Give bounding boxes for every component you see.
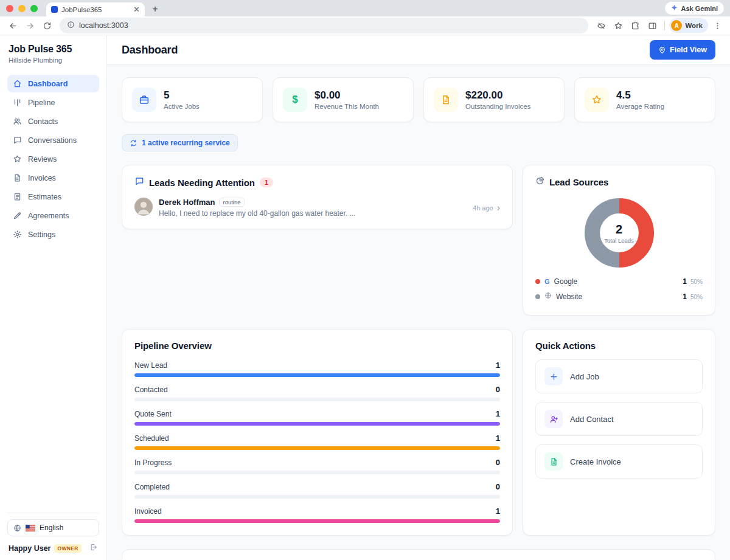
chat-icon [134,176,144,188]
quick-action-label: Add Contact [570,415,614,424]
browser-menu-icon[interactable] [709,18,725,33]
profile-chip[interactable]: A Work [669,18,708,33]
leads-card: Leads Needing Attention 1 Derek Hoffman … [122,165,513,229]
field-view-button[interactable]: Field View [650,40,715,60]
sidebar-item-agreements[interactable]: Agreements [7,207,99,224]
bookmark-star-icon[interactable] [610,18,626,33]
lead-sources-card: Lead Sources 2 Total Leads [523,165,715,316]
sidebar-item-pipeline[interactable]: Pipeline [7,94,99,111]
pipeline-stage-in-progress: In Progress0 [134,458,500,474]
stats-row: 5 Active Jobs $ $0.00 Revenue This Month [122,77,715,122]
legend-count: 1 [683,277,687,286]
language-label: English [40,524,63,532]
stage-count: 1 [496,434,500,443]
legend-row-website: Website 1 50% [535,289,703,304]
stat-label: Outstanding Invoices [465,103,530,110]
sidebar-item-label: Invoices [28,174,56,182]
pipeline-stage-contacted: Contacted0 [134,385,500,401]
sidebar-item-conversations[interactable]: Conversations [7,131,99,149]
sidebar-item-contacts[interactable]: Contacts [7,112,99,130]
chat-icon [13,136,22,145]
add-contact-button[interactable]: Add Contact [535,402,703,436]
app-subtitle: Hillside Plumbing [7,57,99,64]
sidebar-item-invoices[interactable]: Invoices [7,169,99,187]
stat-card-average-rating: 4.5 Average Rating [574,77,715,122]
sidebar-item-reviews[interactable]: Reviews [7,150,99,168]
lead-list-item[interactable]: Derek Hoffman routine Hello, I need to r… [134,198,500,218]
quick-action-label: Create Invoice [570,457,621,466]
pipeline-overview-card: Pipeline Overview New Lead1 Contacted0 Q… [122,329,513,536]
lead-message: Hello, I need to replace my old 40-gallo… [159,209,356,218]
pipeline-icon [13,98,22,107]
sidebar-item-dashboard[interactable]: Dashboard [7,75,99,92]
app-title: Job Pulse 365 [7,44,99,55]
stage-label: Invoiced [134,507,162,516]
sidebar-item-estimates[interactable]: Estimates [7,188,99,206]
stage-label: Completed [134,483,170,491]
browser-tab[interactable]: JobPulse365 ✕ [46,2,145,16]
leads-title: Leads Needing Attention [149,178,255,188]
create-invoice-button[interactable]: Create Invoice [535,444,703,479]
reload-button[interactable] [39,18,55,33]
users-icon [13,117,22,126]
stage-count: 1 [496,409,500,418]
stat-card-outstanding-invoices: $220.00 Outstanding Invoices [423,77,565,122]
add-job-button[interactable]: Add Job [535,359,703,393]
lead-sources-donut-chart: 2 Total Leads [584,198,655,268]
lead-sources-title: Lead Sources [549,177,608,187]
site-info-icon[interactable] [67,20,75,31]
extensions-icon[interactable] [627,18,643,33]
profile-label: Work [685,22,703,29]
legend-label: Website [556,292,582,301]
logout-icon[interactable] [89,543,98,554]
stat-label: Average Rating [616,103,664,110]
legend-row-google: G Google 1 50% [535,274,703,289]
stage-bar [134,519,500,523]
quick-action-label: Add Job [570,372,599,381]
window-close-button[interactable] [6,5,13,12]
pipeline-title: Pipeline Overview [134,340,500,351]
lead-name: Derek Hoffman [159,198,215,207]
legend-percent: 50% [690,294,703,300]
language-selector[interactable]: English [7,519,99,536]
page-title: Dashboard [122,44,178,57]
stat-value: $220.00 [465,89,530,102]
sidebar-nav: Dashboard Pipeline Contacts Conversation… [7,75,99,243]
dashboard-content: 5 Active Jobs $ $0.00 Revenue This Month [107,65,730,560]
stage-label: Contacted [134,385,168,394]
window-minimize-button[interactable] [18,5,26,12]
password-manager-icon[interactable] [593,18,609,33]
site-favicon-icon [51,6,58,13]
browser-toolbar: localhost:3003 A Work [0,16,730,35]
lead-tag: routine [219,198,244,207]
address-bar[interactable]: localhost:3003 [60,18,588,33]
person-add-icon [544,410,563,428]
ask-gemini-button[interactable]: Ask Gemini [665,2,724,15]
back-button[interactable] [5,18,21,33]
stat-label: Revenue This Month [315,103,379,110]
sidebar-item-label: Dashboard [28,80,68,88]
gemini-sparkle-icon [671,4,678,12]
leads-count-badge: 1 [260,178,273,187]
stat-value: $0.00 [315,89,379,102]
forward-button[interactable] [22,18,38,33]
new-tab-button[interactable]: + [148,2,162,16]
quick-actions-title: Quick Actions [535,340,703,351]
window-zoom-button[interactable] [30,5,38,12]
pie-chart-icon [535,176,544,188]
sidebar-item-label: Contacts [28,117,58,126]
field-view-label: Field View [670,46,707,54]
quick-actions-card: Quick Actions Add Job Add Contact [523,329,715,536]
recurring-service-banner[interactable]: 1 active recurring service [122,134,238,151]
pipeline-stage-quote-sent: Quote Sent1 [134,409,500,426]
refresh-icon [130,139,137,147]
tab-close-icon[interactable]: ✕ [133,5,140,13]
legend-dot [535,294,540,299]
side-panel-icon[interactable] [644,18,660,33]
invoice-icon [434,88,458,112]
sidebar-item-label: Estimates [28,193,61,201]
stage-count: 0 [496,458,500,467]
sidebar-item-settings[interactable]: Settings [7,226,99,243]
sidebar: Job Pulse 365 Hillside Plumbing Dashboar… [0,35,107,560]
plus-icon [544,367,563,385]
